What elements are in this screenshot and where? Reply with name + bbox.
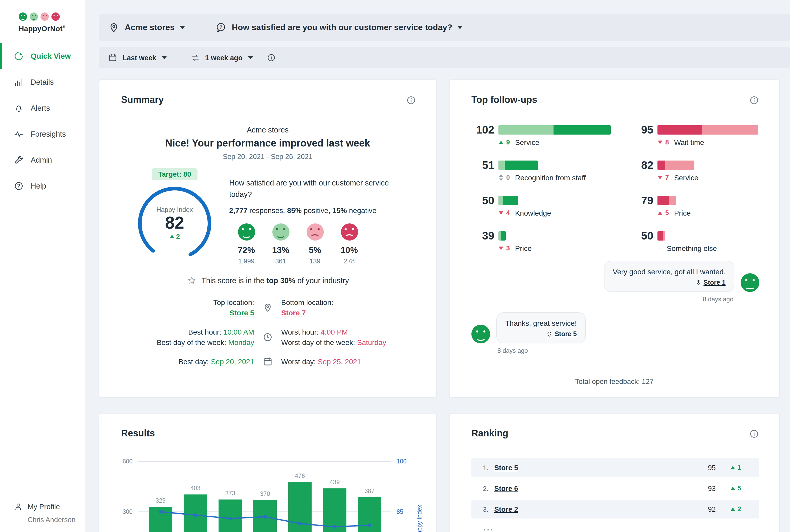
location-pin-icon	[262, 302, 273, 313]
svg-text:329: 329	[156, 497, 166, 504]
summary-date-range: Sep 20, 2021 - Sep 26, 2021	[99, 153, 436, 160]
my-profile-button[interactable]: My Profile	[14, 502, 76, 511]
followup-value: 50	[471, 194, 494, 207]
ranking-delta: 1	[730, 464, 749, 471]
followup-delta: 9	[506, 139, 510, 146]
followup-value: 79	[631, 194, 653, 207]
followup-bar	[499, 231, 506, 241]
followups-card: Top follow-ups 1029Service510Recognition…	[449, 79, 779, 397]
store-pin-icon	[546, 331, 553, 337]
worst-hour-cell: Worst hour: 4:00 PM Worst day of the wee…	[281, 327, 414, 347]
followup-stat: 50–Something else	[631, 230, 758, 252]
followup-value: 51	[471, 159, 494, 171]
delta-up-icon	[657, 210, 663, 215]
feedback-store-link[interactable]: Store 5	[555, 330, 577, 338]
worst-day-cell: Worst day: Sep 25, 2021	[281, 356, 414, 367]
delta-up-icon	[730, 507, 735, 512]
summary-card: Summary Acme stores Nice! Your performan…	[99, 79, 437, 397]
sidebar-item-label: Quick View	[31, 52, 71, 60]
followup-label: Service	[674, 173, 698, 182]
feedback-time: 8 days ago	[471, 296, 759, 303]
ranking-card: Ranking 1.Store 59512.Store 69353.Store …	[449, 413, 779, 532]
delta-none-icon: –	[657, 244, 662, 252]
open-feedback-list: Very good service, got all I wanted.Stor…	[471, 261, 759, 354]
bottom-location-link[interactable]: Store 7	[281, 309, 306, 317]
ranking-list: 1.Store 59512.Store 69353.Store 2922	[471, 458, 759, 520]
smiley-percent: 13%	[272, 245, 289, 255]
svg-text:387: 387	[364, 488, 375, 494]
best-worst-grid: Top location: Store 5 Bottom location: S…	[121, 297, 414, 367]
followup-value: 50	[631, 230, 653, 242]
sidebar-item-alerts[interactable]: Alerts	[0, 95, 85, 121]
info-icon[interactable]	[749, 95, 759, 105]
summary-question-block: How satisfied are you with our customer …	[229, 178, 403, 265]
delta-down-icon	[499, 246, 504, 251]
sidebar-item-label: Foresights	[31, 130, 66, 138]
followup-bar	[657, 160, 694, 170]
followup-bar	[499, 125, 611, 135]
brand-name: HappyOrNot®	[19, 24, 85, 33]
smiley-count: 278	[344, 258, 355, 265]
ranking-store-link[interactable]: Store 2	[494, 505, 518, 513]
profile-section: My Profile Chris Anderson	[14, 502, 76, 524]
vunhappy-smiley-icon	[52, 13, 60, 21]
survey-picker[interactable]: ? How satisfied are you with our custome…	[215, 22, 463, 33]
sidebar-item-details[interactable]: Details	[0, 69, 85, 95]
sidebar-item-admin[interactable]: Admin	[0, 147, 85, 173]
comparison-picker[interactable]: 1 week ago	[190, 53, 253, 62]
ranking-store-link[interactable]: Store 5	[494, 464, 518, 472]
survey-question-icon: ?	[215, 22, 227, 33]
followup-delta: 0	[506, 174, 510, 181]
top-location-cell: Top location: Store 5	[121, 297, 254, 318]
location-pin-icon	[108, 22, 119, 33]
followup-label: Something else	[667, 244, 717, 252]
smiley-count: 1,999	[238, 258, 255, 265]
info-icon[interactable]	[266, 53, 276, 62]
summary-title: Summary	[121, 95, 164, 106]
followup-stat: 393Price	[471, 230, 613, 252]
summary-org: Acme stores	[99, 126, 436, 134]
feedback-store-link[interactable]: Store 1	[703, 279, 726, 286]
followup-delta: 4	[506, 209, 510, 217]
svg-text:370: 370	[260, 491, 270, 497]
period-picker[interactable]: Last week	[108, 53, 167, 62]
followup-delta: 7	[665, 174, 669, 181]
svg-text:85: 85	[397, 508, 403, 515]
followup-stat: 958Wait time	[631, 124, 758, 147]
foresights-icon	[14, 129, 24, 139]
negative-followups-column: 958Wait time827Service795Price50–Somethi…	[631, 124, 758, 265]
ranking-delta: 5	[730, 485, 749, 492]
person-icon	[14, 502, 23, 511]
ranking-score: 93	[708, 484, 716, 492]
gauge-label: Happy Index	[156, 207, 193, 214]
followup-stat: 504Knowledge	[471, 194, 613, 217]
sidebar-item-quick-view[interactable]: Quick View	[0, 43, 85, 69]
happy-index-value: 82	[165, 214, 184, 233]
results-chart: 32940337337047643938760030010085Happy In…	[99, 444, 437, 532]
ranking-store-link[interactable]: Store 6	[494, 484, 518, 492]
alerts-icon	[14, 103, 24, 113]
location-picker[interactable]: Acme stores	[108, 22, 185, 33]
chevron-down-icon	[248, 56, 253, 59]
sidebar-item-foresights[interactable]: Foresights	[0, 121, 85, 147]
sidebar: HappyOrNot® Quick ViewDetailsAlertsFores…	[0, 0, 85, 532]
ranking-row: 2.Store 6935	[471, 479, 759, 498]
happy-index-gauge: Target: 80 Happy Index 82 2	[121, 168, 228, 262]
followup-bar	[657, 125, 758, 135]
followup-label: Recognition from staff	[515, 173, 586, 182]
vhappy-smiley-icon	[238, 223, 255, 240]
sidebar-item-help[interactable]: Help	[0, 173, 85, 199]
info-icon[interactable]	[749, 429, 759, 439]
ranking-more-button[interactable]: ⋯	[483, 527, 494, 532]
followup-stat: 827Service	[631, 159, 758, 182]
details-icon	[14, 77, 24, 87]
positive-followups-column: 1029Service510Recognition from staff504K…	[471, 124, 613, 265]
profile-user-name: Chris Anderson	[27, 516, 76, 524]
ranking-score: 92	[708, 505, 716, 513]
info-icon[interactable]	[406, 95, 416, 105]
followup-stat: 510Recognition from staff	[471, 159, 613, 182]
sidebar-item-label: Admin	[31, 156, 52, 164]
delta-up-icon	[169, 234, 175, 239]
sidebar-item-label: Details	[31, 78, 54, 86]
top-location-link[interactable]: Store 5	[229, 309, 254, 317]
